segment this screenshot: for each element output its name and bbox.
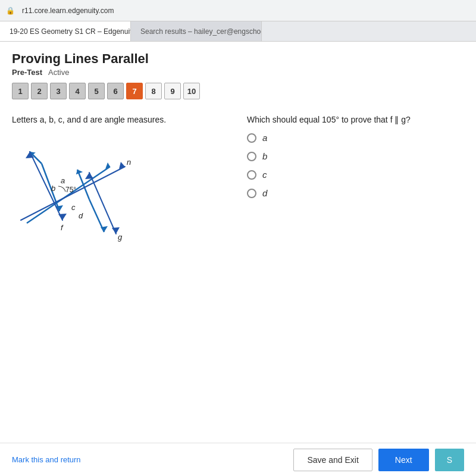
- question-left-text: Letters a, b, c, and d are angle measure…: [12, 115, 229, 124]
- skip-button[interactable]: S: [435, 449, 464, 471]
- option-a-label: a: [262, 133, 267, 143]
- bottom-bar: Mark this and return Save and Exit Next …: [0, 443, 476, 476]
- question-nav: 1 2 3 4 5 6 7 8 9 10: [12, 83, 464, 99]
- svg-line-13: [89, 173, 116, 234]
- tab-search[interactable]: Search results – hailey_cer@engschools.n…: [131, 21, 262, 41]
- bottom-buttons: Save and Exit Next S: [293, 449, 464, 471]
- q-btn-7[interactable]: 7: [126, 83, 143, 99]
- q-btn-10[interactable]: 10: [183, 83, 200, 99]
- radio-a[interactable]: [247, 133, 256, 143]
- browser-tabs: 19-20 ES Geometry S1 CR – Edgenuity.com …: [0, 21, 476, 42]
- left-panel: Letters a, b, c, and d are angle measure…: [12, 115, 229, 271]
- q-btn-9[interactable]: 9: [164, 83, 181, 99]
- svg-text:g: g: [118, 233, 123, 242]
- q-btn-1[interactable]: 1: [12, 83, 29, 99]
- lesson-meta: Pre-Test Active: [12, 68, 464, 77]
- question-right-text: Which should equal 105° to prove that f …: [247, 115, 464, 124]
- q-btn-3[interactable]: 3: [50, 83, 67, 99]
- svg-text:b: b: [51, 184, 55, 193]
- option-b[interactable]: b: [247, 151, 464, 161]
- svg-text:f: f: [61, 223, 64, 232]
- diagram-container: a b 75° n f g c d: [12, 134, 143, 271]
- svg-line-2: [42, 164, 60, 211]
- option-c[interactable]: c: [247, 170, 464, 180]
- geometry-diagram: a b 75° n f g c d: [12, 134, 143, 271]
- svg-line-8: [27, 167, 110, 223]
- option-c-label: c: [262, 170, 267, 180]
- question-area: Letters a, b, c, and d are angle measure…: [12, 109, 464, 277]
- right-panel: Which should equal 105° to prove that f …: [247, 115, 464, 271]
- svg-marker-14: [85, 173, 93, 179]
- q-btn-2[interactable]: 2: [31, 83, 48, 99]
- lesson-status: Active: [48, 68, 69, 77]
- q-btn-4[interactable]: 4: [69, 83, 86, 99]
- option-b-label: b: [262, 151, 267, 161]
- tab-edgenuity[interactable]: 19-20 ES Geometry S1 CR – Edgenuity.com: [0, 21, 131, 41]
- mark-return-link[interactable]: Mark this and return: [12, 455, 81, 464]
- radio-c[interactable]: [247, 170, 256, 180]
- svg-text:a: a: [61, 176, 65, 185]
- page-content: Proving Lines Parallel Pre-Test Active 1…: [0, 42, 476, 277]
- svg-text:75°: 75°: [65, 186, 76, 194]
- q-btn-5[interactable]: 5: [88, 83, 105, 99]
- next-button[interactable]: Next: [378, 449, 429, 471]
- svg-text:n: n: [127, 158, 131, 167]
- radio-b[interactable]: [247, 152, 256, 161]
- radio-d[interactable]: [247, 189, 256, 198]
- q-btn-8[interactable]: 8: [145, 83, 162, 99]
- svg-text:d: d: [79, 211, 83, 220]
- option-d-label: d: [262, 188, 267, 198]
- option-d[interactable]: d: [247, 188, 464, 198]
- lesson-title: Proving Lines Parallel: [12, 51, 464, 67]
- lock-icon: 🔒: [6, 7, 15, 15]
- option-a[interactable]: a: [247, 133, 464, 143]
- browser-url: r11.core.learn.edgenuity.com: [22, 7, 114, 15]
- lesson-type: Pre-Test: [12, 68, 42, 77]
- save-exit-button[interactable]: Save and Exit: [293, 449, 372, 471]
- browser-bar: 🔒 r11.core.learn.edgenuity.com: [0, 0, 476, 21]
- svg-marker-12: [58, 214, 67, 220]
- svg-text:c: c: [71, 203, 76, 212]
- q-btn-6[interactable]: 6: [107, 83, 124, 99]
